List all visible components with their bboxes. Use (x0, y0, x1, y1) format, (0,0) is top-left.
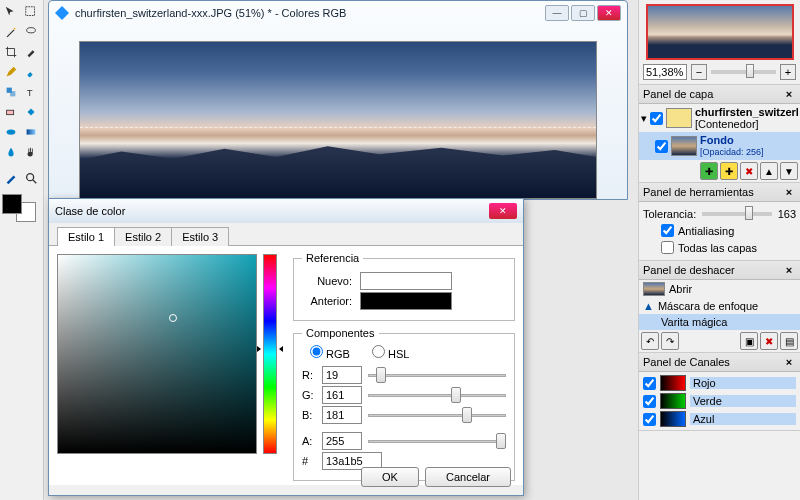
move-tool-icon[interactable] (2, 3, 20, 21)
gradient-tool-icon[interactable] (22, 123, 40, 141)
erase-tool-icon[interactable] (2, 103, 20, 121)
undo-item[interactable]: Varita mágica (639, 314, 800, 330)
crop-tool-icon[interactable] (2, 43, 20, 61)
new-layer-button[interactable]: ✚ (700, 162, 718, 180)
layer-visible-checkbox[interactable] (655, 140, 668, 153)
channel-row-red[interactable]: Rojo (641, 374, 798, 392)
wand-tool-icon[interactable] (2, 23, 20, 41)
zoom-panel: − + (639, 0, 800, 85)
eyedrop-tool-icon[interactable] (22, 43, 40, 61)
g-input[interactable] (322, 386, 362, 404)
shape-tool-icon[interactable] (2, 123, 20, 141)
undo-item[interactable]: ▲Máscara de enfoque (639, 298, 800, 314)
tab-estilo2[interactable]: Estilo 2 (114, 227, 172, 246)
navigator-thumbnail[interactable] (646, 4, 794, 60)
g-slider[interactable] (368, 386, 506, 404)
hue-slider[interactable] (263, 254, 277, 454)
green-swatch-icon (660, 393, 686, 409)
undo-panel: Panel de deshacer× Abrir ▲Máscara de enf… (639, 261, 800, 353)
channel-row-green[interactable]: Verde (641, 392, 798, 410)
a-slider[interactable] (368, 432, 506, 450)
layers-panel-close-icon[interactable]: × (782, 87, 796, 101)
ok-button[interactable]: OK (361, 467, 419, 487)
tab-estilo3[interactable]: Estilo 3 (171, 227, 229, 246)
channels-panel-close-icon[interactable]: × (782, 355, 796, 369)
color-swatches[interactable] (2, 194, 36, 222)
tolerance-value: 163 (778, 208, 796, 220)
minimize-button[interactable]: — (545, 5, 569, 21)
b-slider[interactable] (368, 406, 506, 424)
blue-swatch-icon (660, 411, 686, 427)
history-menu-button[interactable]: ▤ (780, 332, 798, 350)
layer-down-button[interactable]: ▼ (780, 162, 798, 180)
redo-button[interactable]: ↷ (661, 332, 679, 350)
lasso-tool-icon[interactable] (22, 23, 40, 41)
zoom-input[interactable] (643, 64, 687, 80)
new-color-swatch (360, 272, 452, 290)
tools-panel: Panel de herramientas× Tolerancia: 163 A… (639, 183, 800, 261)
filter-icon: ▲ (643, 300, 654, 312)
zoom-slider[interactable] (711, 70, 776, 74)
clone-tool-icon[interactable] (2, 83, 20, 101)
expand-icon[interactable]: ▾ (641, 112, 647, 125)
layer-group-row[interactable]: ▾ churfirsten_switzerlan...[Contenedor] (639, 104, 800, 132)
fg-color-swatch[interactable] (2, 194, 22, 214)
delete-layer-button[interactable]: ✖ (740, 162, 758, 180)
r-slider[interactable] (368, 366, 506, 384)
undo-item[interactable]: Abrir (639, 280, 800, 298)
svg-point-7 (7, 129, 16, 134)
fill-tool-icon[interactable] (22, 103, 40, 121)
svg-point-2 (27, 28, 36, 33)
app-icon (55, 6, 69, 20)
tab-estilo1[interactable]: Estilo 1 (57, 227, 115, 246)
undo-panel-close-icon[interactable]: × (782, 263, 796, 277)
svg-point-1 (14, 28, 16, 30)
pen-tool-icon[interactable] (2, 169, 20, 187)
svg-line-10 (33, 180, 37, 184)
channel-row-blue[interactable]: Azul (641, 410, 798, 428)
text-tool-icon[interactable]: T (22, 83, 40, 101)
color-dialog: Clase de color ✕ Estilo 1 Estilo 2 Estil… (48, 198, 524, 496)
antialiasing-checkbox[interactable] (661, 224, 674, 237)
layer-visible-checkbox[interactable] (650, 112, 663, 125)
zoom-out-button[interactable]: − (691, 64, 707, 80)
zoom-tool-icon[interactable] (22, 169, 40, 187)
close-button[interactable]: ✕ (597, 5, 621, 21)
undo-button[interactable]: ↶ (641, 332, 659, 350)
snapshot-button[interactable]: ▣ (740, 332, 758, 350)
canvas[interactable] (79, 41, 597, 199)
r-input[interactable] (322, 366, 362, 384)
layer-fondo-row[interactable]: Fondo[Opacidad: 256] (639, 132, 800, 160)
layers-panel-title: Panel de capa (643, 88, 782, 100)
document-window: churfirsten_switzerland-xxx.JPG (51%) * … (48, 0, 628, 200)
svg-point-9 (27, 174, 34, 181)
zoom-in-button[interactable]: + (780, 64, 796, 80)
hsl-radio[interactable]: HSL (372, 345, 409, 360)
undo-panel-title: Panel de deshacer (643, 264, 782, 276)
layer-up-button[interactable]: ▲ (760, 162, 778, 180)
hand-tool-icon[interactable] (22, 143, 40, 161)
maximize-button[interactable]: ▢ (571, 5, 595, 21)
rgb-radio[interactable]: RGB (310, 345, 350, 360)
smudge-tool-icon[interactable] (2, 143, 20, 161)
b-input[interactable] (322, 406, 362, 424)
saturation-value-picker[interactable] (57, 254, 257, 454)
tolerance-label: Tolerancia: (643, 208, 696, 220)
pencil-tool-icon[interactable] (2, 63, 20, 81)
history-thumb-icon (643, 282, 665, 296)
tools-panel-close-icon[interactable]: × (782, 185, 796, 199)
dialog-close-button[interactable]: ✕ (489, 203, 517, 219)
all-layers-checkbox[interactable] (661, 241, 674, 254)
select-tool-icon[interactable] (22, 3, 40, 21)
duplicate-layer-button[interactable]: ✚ (720, 162, 738, 180)
tolerance-slider[interactable] (702, 212, 771, 216)
svg-rect-8 (27, 129, 36, 134)
tools-panel-title: Panel de herramientas (643, 186, 782, 198)
dialog-title: Clase de color (55, 205, 489, 217)
svg-text:T: T (27, 87, 33, 98)
a-input[interactable] (322, 432, 362, 450)
channels-panel: Panel de Canales× Rojo Verde Azul (639, 353, 800, 431)
brush-tool-icon[interactable] (22, 63, 40, 81)
cancel-button[interactable]: Cancelar (425, 467, 511, 487)
delete-history-button[interactable]: ✖ (760, 332, 778, 350)
